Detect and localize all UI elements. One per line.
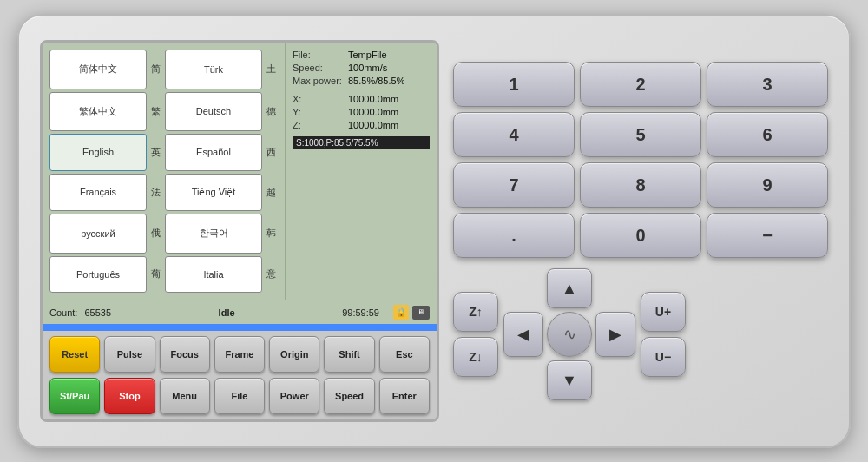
lang-char-simplified: 简: [149, 50, 162, 89]
lang-char-francais: 法: [149, 174, 162, 212]
shift-button[interactable]: Shift: [324, 336, 374, 373]
x-label: X:: [293, 94, 345, 104]
z-down-button[interactable]: Z↓: [453, 337, 498, 377]
control-buttons-row1: Reset Pulse Focus Frame Origin Shift Esc: [43, 331, 437, 378]
y-label: Y:: [293, 107, 345, 117]
device-panel: 简体中文 简 Türk 土 繁体中文 繁 Deutsch 德 English 英…: [17, 14, 851, 448]
lang-btn-turk[interactable]: Türk: [165, 50, 262, 89]
arrow-up[interactable]: ▲: [547, 268, 592, 308]
lang-char-russian: 俄: [149, 214, 162, 254]
y-value: 10000.0mm: [348, 107, 398, 117]
num-5[interactable]: 5: [580, 112, 701, 157]
speed-button[interactable]: Speed: [324, 378, 374, 414]
menu-button[interactable]: Menu: [160, 378, 210, 414]
z-label: Z:: [293, 120, 345, 130]
lang-btn-simplified-chinese[interactable]: 简体中文: [49, 50, 147, 89]
lang-btn-traditional-chinese[interactable]: 繁体中文: [49, 92, 147, 132]
count-value: 65535: [84, 307, 111, 318]
esc-button[interactable]: Esc: [379, 336, 430, 373]
pulse-button[interactable]: Pulse: [104, 336, 155, 373]
lang-char-english: 英: [149, 134, 162, 171]
max-power-label: Max power:: [293, 76, 345, 86]
arrow-left[interactable]: ◀: [503, 312, 543, 357]
control-buttons-row2: St/Pau Stop Menu File Power Speed Enter: [43, 378, 437, 419]
num-2[interactable]: 2: [580, 62, 701, 107]
corner-tr: [595, 268, 635, 308]
lang-btn-english[interactable]: English: [49, 134, 147, 171]
blue-progress-bar: [43, 324, 437, 331]
count-label: Count:: [49, 307, 77, 318]
status-icons: 🔒 🖥: [393, 305, 430, 320]
num-7[interactable]: 7: [453, 162, 575, 208]
focus-button[interactable]: Focus: [160, 336, 210, 373]
right-panel: 1 2 3 4 5 6 7 8 9 . 0 − Z↑ Z↓ ▲: [453, 62, 828, 400]
lang-char-portuguese: 葡: [149, 256, 162, 294]
corner-tl: [503, 268, 543, 308]
origin-button[interactable]: Origin: [269, 336, 319, 373]
nav-center[interactable]: ∿: [547, 312, 592, 357]
lang-char-vietnamese: 越: [265, 174, 278, 212]
u-plus-button[interactable]: U+: [641, 292, 686, 332]
reset-button[interactable]: Reset: [49, 336, 100, 373]
s-value: S:1000,P:85.5/75.5%: [293, 136, 430, 149]
enter-button[interactable]: Enter: [379, 378, 430, 414]
lang-btn-korean[interactable]: 한국어: [165, 214, 262, 254]
stop-button[interactable]: Stop: [104, 378, 155, 414]
file-value: TempFile: [348, 50, 387, 60]
lock-icon: 🔒: [393, 305, 409, 320]
num-1[interactable]: 1: [453, 62, 575, 107]
num-8[interactable]: 8: [580, 162, 701, 208]
screen-display: 简体中文 简 Türk 土 繁体中文 繁 Deutsch 德 English 英…: [43, 43, 437, 300]
num-6[interactable]: 6: [707, 112, 828, 157]
arrow-right[interactable]: ▶: [595, 312, 635, 357]
x-value: 10000.0mm: [348, 94, 398, 104]
z-value: 10000.0mm: [348, 120, 398, 130]
u-controls: U+ U−: [641, 292, 686, 377]
z-controls: Z↑ Z↓: [453, 292, 498, 377]
lang-char-espanol: 西: [265, 134, 278, 171]
num-3[interactable]: 3: [707, 62, 828, 107]
num-dot[interactable]: .: [453, 213, 575, 258]
lang-btn-espanol[interactable]: Español: [165, 134, 262, 171]
status-bar: Count: 65535 Idle 99:59:59 🔒 🖥: [43, 300, 437, 324]
lang-char-turk: 土: [265, 50, 278, 89]
num-9[interactable]: 9: [707, 162, 828, 208]
corner-br: [595, 360, 635, 400]
z-up-button[interactable]: Z↑: [453, 292, 498, 332]
num-minus[interactable]: −: [707, 213, 828, 258]
arrow-keys: ▲ ◀ ∿ ▶ ▼: [503, 268, 635, 400]
monitor-icon: 🖥: [412, 306, 430, 320]
status-idle: Idle: [118, 307, 335, 318]
lang-btn-deutsch[interactable]: Deutsch: [165, 92, 262, 132]
screen-area: 简体中文 简 Türk 土 繁体中文 繁 Deutsch 德 English 英…: [40, 40, 439, 422]
lang-char-deutsch: 德: [265, 92, 278, 132]
corner-bl: [503, 360, 543, 400]
lang-btn-vietnamese[interactable]: Tiếng Việt: [165, 174, 262, 212]
language-grid: 简体中文 简 Türk 土 繁体中文 繁 Deutsch 德 English 英…: [43, 43, 285, 300]
lang-btn-portuguese[interactable]: Português: [49, 256, 147, 294]
num-0[interactable]: 0: [580, 213, 701, 258]
info-panel: File: TempFile Speed: 100mm/s Max power:…: [285, 43, 437, 300]
lang-char-traditional: 繁: [149, 92, 162, 132]
lang-char-korean: 韩: [265, 214, 278, 254]
arrow-down[interactable]: ▼: [547, 360, 592, 400]
nav-area: Z↑ Z↓ ▲ ◀ ∿ ▶ ▼ U+ U−: [453, 268, 828, 400]
numpad: 1 2 3 4 5 6 7 8 9 . 0 −: [453, 62, 828, 258]
lang-btn-russian[interactable]: русский: [49, 214, 147, 254]
status-time: 99:59:59: [342, 307, 379, 318]
frame-button[interactable]: Frame: [214, 336, 265, 373]
speed-label: Speed:: [293, 63, 345, 73]
lang-btn-francais[interactable]: Français: [49, 174, 147, 212]
start-pause-button[interactable]: St/Pau: [49, 378, 100, 414]
lang-btn-italian[interactable]: Italia: [165, 256, 262, 294]
speed-value: 100mm/s: [348, 63, 387, 73]
max-power-value: 85.5%/85.5%: [348, 76, 404, 86]
num-4[interactable]: 4: [453, 112, 575, 157]
u-minus-button[interactable]: U−: [641, 337, 686, 377]
power-button[interactable]: Power: [269, 378, 319, 414]
lang-char-italian: 意: [265, 256, 278, 294]
file-button[interactable]: File: [214, 378, 265, 414]
file-label: File:: [293, 50, 345, 60]
